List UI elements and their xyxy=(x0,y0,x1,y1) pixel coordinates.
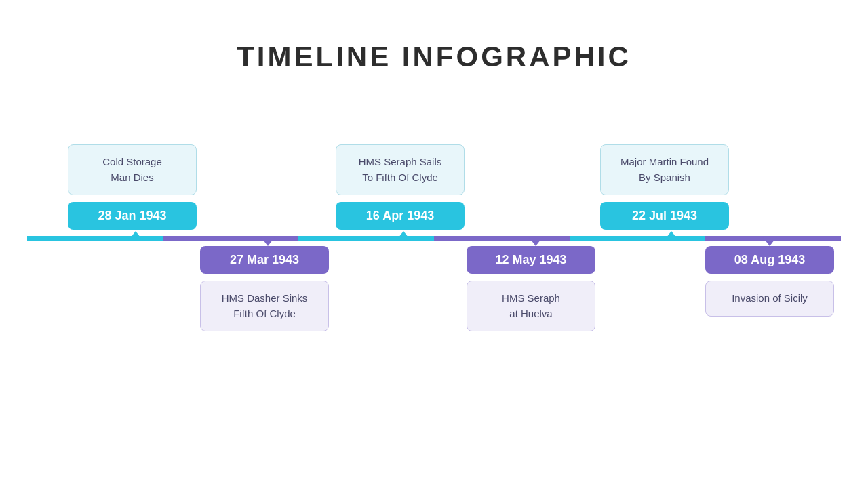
segment-purple-2 xyxy=(434,236,570,241)
triangle-down-1 xyxy=(260,237,275,246)
bottom-label-4: HMS Seraphat Huelva xyxy=(467,281,595,331)
bottom-date-6: 08 Aug 1943 xyxy=(705,246,834,274)
page-title: TIMELINE INFOGRAPHIC xyxy=(237,41,631,73)
bottom-event-6: 08 Aug 1943 Invasion of Sicily xyxy=(705,246,834,317)
triangle-down-3 xyxy=(762,237,777,246)
top-date-5: 22 Jul 1943 xyxy=(600,202,729,230)
bottom-date-2: 27 Mar 1943 xyxy=(200,246,329,274)
segment-purple-1 xyxy=(163,236,298,241)
timeline-line xyxy=(27,236,841,241)
top-event-3: HMS Seraph SailsTo Fifth Of Clyde 16 Apr… xyxy=(336,144,465,230)
triangle-up-1 xyxy=(128,231,143,241)
timeline-container: Cold StorageMan Dies 28 Jan 1943 HMS Ser… xyxy=(27,107,841,392)
triangle-up-2 xyxy=(396,231,411,241)
top-event-5: Major Martin FoundBy Spanish 22 Jul 1943 xyxy=(600,144,729,230)
top-date-1: 28 Jan 1943 xyxy=(68,202,197,230)
bottom-event-2: 27 Mar 1943 HMS Dasher SinksFifth Of Cly… xyxy=(200,246,329,331)
triangle-down-2 xyxy=(528,237,543,246)
segment-cyan-2 xyxy=(298,236,434,241)
top-event-1: Cold StorageMan Dies 28 Jan 1943 xyxy=(68,144,197,230)
bottom-date-4: 12 May 1943 xyxy=(467,246,595,274)
segment-cyan-3 xyxy=(570,236,705,241)
bottom-label-2: HMS Dasher SinksFifth Of Clyde xyxy=(200,281,329,331)
top-label-1: Cold StorageMan Dies xyxy=(68,144,197,195)
top-label-5: Major Martin FoundBy Spanish xyxy=(600,144,729,195)
top-date-3: 16 Apr 1943 xyxy=(336,202,465,230)
triangle-up-3 xyxy=(664,231,679,241)
top-label-3: HMS Seraph SailsTo Fifth Of Clyde xyxy=(336,144,465,195)
bottom-event-4: 12 May 1943 HMS Seraphat Huelva xyxy=(467,246,595,331)
bottom-label-6: Invasion of Sicily xyxy=(705,281,834,317)
